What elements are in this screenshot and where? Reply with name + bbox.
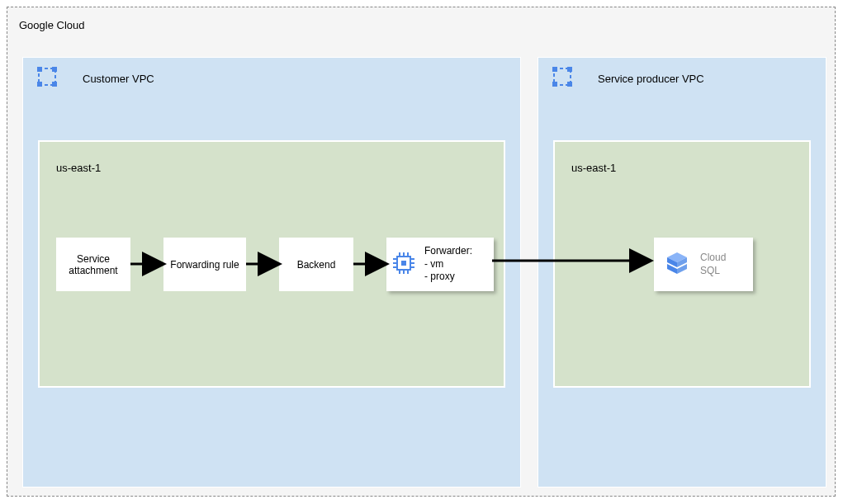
diagram-canvas: Google Cloud Customer VPC us-east-1 xyxy=(0,0,843,504)
service-attachment-node: Service attachment xyxy=(56,238,130,291)
producer-vpc-title: Service producer VPC xyxy=(598,73,704,85)
svg-rect-25 xyxy=(552,82,557,87)
svg-rect-24 xyxy=(567,67,572,72)
forwarder-label: Forwarder: - vm - proxy xyxy=(424,245,472,284)
customer-region-label: us-east-1 xyxy=(56,162,101,174)
customer-region-container: us-east-1 Service attachment Forwarding … xyxy=(38,140,505,388)
producer-region-container: us-east-1 Cloud SQL xyxy=(553,140,811,388)
svg-rect-4 xyxy=(52,82,57,87)
producer-region-label: us-east-1 xyxy=(571,162,616,174)
forwarding-rule-node: Forwarding rule xyxy=(163,238,246,291)
forwarder-node: Forwarder: - vm - proxy xyxy=(386,238,494,291)
cloud-sql-icon xyxy=(665,251,689,278)
producer-vpc-container: Service producer VPC us-east-1 Clo xyxy=(538,57,826,488)
svg-rect-3 xyxy=(37,82,42,87)
backend-label: Backend xyxy=(297,259,336,271)
vpc-icon xyxy=(36,66,58,91)
google-cloud-label: Google Cloud xyxy=(19,19,85,31)
svg-rect-1 xyxy=(37,67,42,72)
svg-rect-26 xyxy=(567,82,572,87)
customer-vpc-title: Customer VPC xyxy=(83,73,154,85)
google-cloud-container: Google Cloud Customer VPC us-east-1 xyxy=(7,7,836,497)
cloud-sql-label: Cloud SQL xyxy=(700,252,726,277)
vpc-icon xyxy=(552,66,573,91)
svg-rect-23 xyxy=(552,67,557,72)
customer-vpc-header: Customer VPC xyxy=(23,66,520,91)
customer-vpc-container: Customer VPC us-east-1 Service attachmen… xyxy=(22,57,521,488)
cloud-sql-node: Cloud SQL xyxy=(654,238,753,291)
backend-node: Backend xyxy=(279,238,353,291)
service-attachment-label: Service attachment xyxy=(69,253,117,276)
compute-engine-icon xyxy=(391,251,416,278)
producer-vpc-header: Service producer VPC xyxy=(538,66,826,91)
forwarding-rule-label: Forwarding rule xyxy=(170,259,239,271)
svg-rect-6 xyxy=(401,261,406,266)
svg-rect-2 xyxy=(52,67,57,72)
